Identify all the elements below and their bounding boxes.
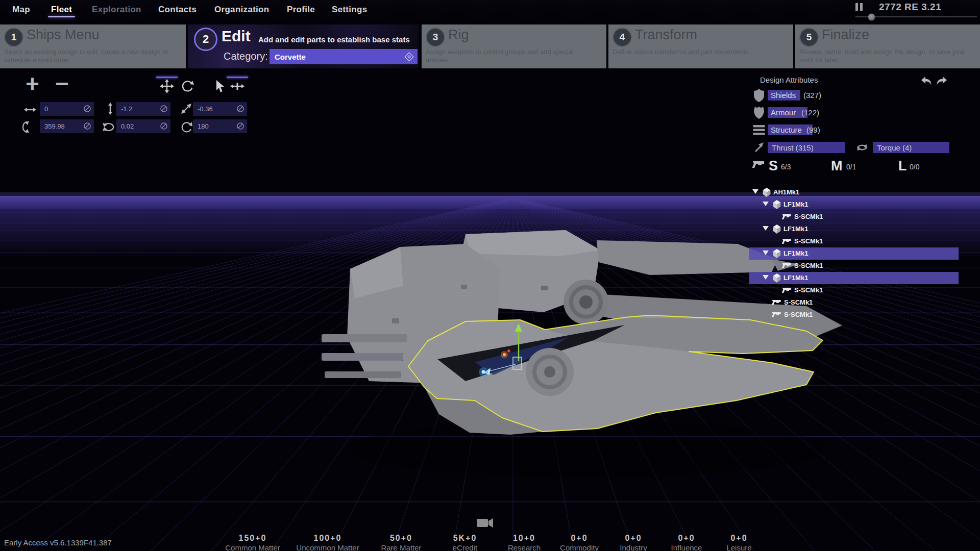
translate-z-icon <box>180 102 193 115</box>
tree-item-weapon[interactable]: S-SCMk1 <box>749 309 959 321</box>
tree-item-label: S-SCMk1 <box>794 262 823 269</box>
camera-icon[interactable] <box>474 516 497 531</box>
nav-exploration[interactable]: Exploration <box>92 5 141 15</box>
structure-icon <box>753 125 765 135</box>
expander-icon[interactable] <box>763 202 769 206</box>
reset-icon[interactable] <box>236 122 244 130</box>
part-cube-icon <box>772 224 782 234</box>
rotate-z-value: 180 <box>198 122 209 130</box>
tree-item-weapon[interactable]: S-SCMk1 <box>749 260 959 272</box>
step-number: 1 <box>4 28 23 47</box>
thrust-torque-row: Thrust (315) Torque (4) <box>751 142 976 154</box>
tree-item-weapon[interactable]: S-SCMk1 <box>749 296 959 309</box>
reset-icon[interactable] <box>160 105 168 113</box>
tree-item-label: LF1Mk1 <box>783 225 808 233</box>
step-number: 4 <box>612 28 632 47</box>
tree-item-weapon[interactable]: S-SCMk1 <box>749 211 959 223</box>
resource-label: Uncommon Matter <box>287 543 369 551</box>
step-rig[interactable]: 3 Rig Assign weapons to control groups a… <box>422 24 606 68</box>
remove-part-button[interactable]: − <box>55 73 69 94</box>
torque-bar[interactable]: Torque (4) <box>873 142 949 153</box>
tree-item-hull[interactable]: LF1Mk1 <box>749 223 959 235</box>
reset-icon[interactable] <box>236 105 244 113</box>
step-ships-menu[interactable]: 1 Ships Menu Select an existing design t… <box>0 24 186 68</box>
tree-item-hull-selected[interactable]: LF1Mk1 <box>749 272 959 284</box>
undo-icon[interactable] <box>920 76 933 87</box>
rotate-y-field[interactable]: 0.02 <box>116 119 170 133</box>
tree-item-label: AH1Mk1 <box>773 188 799 196</box>
rotate-x-value: 359.98 <box>44 122 65 130</box>
expander-icon[interactable] <box>752 189 758 194</box>
tree-item-weapon[interactable]: S-SCMk1 <box>749 235 959 247</box>
step-number: 2 <box>194 28 217 51</box>
rotate-tool-icon[interactable] <box>180 79 195 94</box>
nav-organization[interactable]: Organization <box>214 5 270 15</box>
step-number: 3 <box>426 28 445 47</box>
translate-x-value: 0 <box>44 105 48 113</box>
translate-y-field[interactable]: -1.2 <box>116 102 170 116</box>
nav-profile[interactable]: Profile <box>287 5 315 15</box>
translate-z-field[interactable]: -0.36 <box>193 102 247 116</box>
structure-chip[interactable]: Structure <box>768 124 813 135</box>
shields-chip[interactable]: Shields <box>768 90 800 101</box>
rotate-x-field[interactable]: 359.98 <box>40 119 94 133</box>
nav-contacts[interactable]: Contacts <box>158 5 197 15</box>
time-slider-knob[interactable] <box>868 13 875 21</box>
tree-item-hull[interactable]: LF1Mk1 <box>749 198 959 211</box>
armour-label: Armour <box>771 108 796 117</box>
select-tool-icon[interactable] <box>211 79 227 94</box>
small-weapon-count: 6/3 <box>781 163 791 171</box>
nav-settings[interactable]: Settings <box>332 5 367 15</box>
panel-title: Design Attributes <box>760 76 818 84</box>
category-dropdown[interactable]: Corvette <box>270 49 418 64</box>
tree-item-hull-selected[interactable]: LF1Mk1 <box>749 247 959 260</box>
nav-fleet[interactable]: Fleet <box>51 5 72 15</box>
nav-map[interactable]: Map <box>12 5 30 15</box>
design-attributes-panel: Design Attributes Shields (327) Armour <box>745 72 980 185</box>
tree-item-label: LF1Mk1 <box>783 201 808 208</box>
armour-row: Armour (122) <box>751 107 971 119</box>
thrust-label: Thrust (315) <box>772 143 814 152</box>
move-tool-icon[interactable] <box>159 79 175 94</box>
tree-item-hull[interactable]: AH1Mk1 <box>749 186 959 198</box>
expander-icon[interactable] <box>763 275 769 280</box>
reset-icon[interactable] <box>160 122 168 130</box>
weapon-gun-icon <box>772 299 782 306</box>
tree-item-label: S-SCMk1 <box>794 286 823 294</box>
rotate-z-field[interactable]: 180 <box>193 119 247 133</box>
torque-label: Torque (4) <box>877 143 912 152</box>
step-transform[interactable]: 4 Transform Define stance transforms and… <box>608 24 793 68</box>
tree-item-weapon[interactable]: S-SCMk1 <box>749 284 959 296</box>
translate-x-field[interactable]: 0 <box>40 102 94 116</box>
weapons-row: S 6/3 M 0/1 L 0/0 <box>751 158 976 170</box>
add-part-button[interactable]: + <box>26 73 39 94</box>
part-cube-icon <box>762 188 772 197</box>
resource-amount: 100+0 <box>287 534 369 543</box>
thrust-bar[interactable]: Thrust (315) <box>768 142 845 153</box>
armour-count: (122) <box>801 108 819 117</box>
step-title: Finalize <box>822 27 869 43</box>
resource-amount: 150+0 <box>212 534 293 543</box>
step-desc: Add and edit parts to establish base sta… <box>258 35 410 44</box>
tree-item-label: S-SCMk1 <box>784 298 813 306</box>
resource-common-matter: 150+0 Common Matter <box>212 534 293 551</box>
expander-icon[interactable] <box>763 226 769 231</box>
translate-y-icon <box>104 102 117 115</box>
version-text: Early Access v5.6.1339F41.387 <box>4 538 112 547</box>
reset-icon[interactable] <box>83 122 91 130</box>
structure-label: Structure <box>771 126 802 134</box>
expander-icon[interactable] <box>763 251 769 255</box>
step-desc: Review, name, build and assign the desig… <box>799 48 973 64</box>
translate-z-value: -0.36 <box>198 105 213 113</box>
step-edit[interactable]: 2 Edit Add and edit parts to establish b… <box>188 24 419 68</box>
shields-row: Shields (327) <box>751 90 971 102</box>
weapon-gun-icon <box>782 287 792 294</box>
category-label: Category: <box>224 51 268 62</box>
resource-label: Common Matter <box>212 543 293 551</box>
drag-tool-icon[interactable] <box>230 79 245 94</box>
top-nav: Map Fleet Exploration Contacts Organizat… <box>0 0 980 20</box>
redo-icon[interactable] <box>935 76 948 87</box>
tree-item-label: S-SCMk1 <box>794 237 823 245</box>
step-finalize[interactable]: 5 Finalize Review, name, build and assig… <box>795 24 980 68</box>
reset-icon[interactable] <box>83 105 91 113</box>
